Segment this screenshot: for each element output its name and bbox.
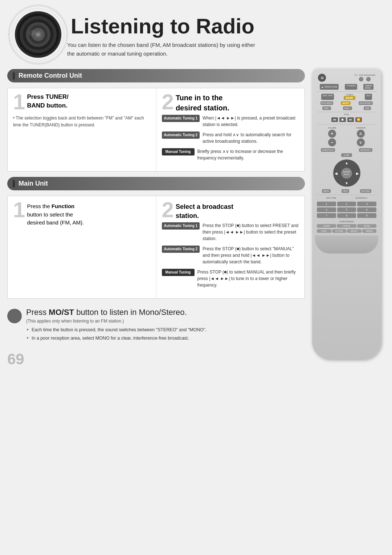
num-8-btn[interactable]: 8: [337, 213, 356, 218]
main-auto-tuning-2-text: Press the STOP (■) button to select "MAN…: [203, 246, 299, 265]
divider-2: [317, 112, 376, 112]
tune-up-btn[interactable]: ∧: [357, 130, 365, 138]
page-header: 0101010101010101010101010101010101010101…: [7, 7, 385, 62]
remote-auto-tuning-1-text: When |◄◄ ►►| is pressed, a preset broadc…: [203, 115, 299, 128]
main-manual-tuning-text: Press STOP (■) to select MANUAL and then…: [197, 269, 299, 288]
bottom-btns-row: LOGO CD VIEW REPEAT REMAIN: [315, 228, 378, 234]
woofer-btn[interactable]: WOOFER 1: [359, 148, 372, 152]
volume-label: VOLUME: [328, 127, 336, 129]
nav-pad: ▲ ▼ ◀ ▶ ENTER/PLAY: [333, 159, 360, 187]
remote-step2: 2 Tune in to thedesired station. Automat…: [156, 88, 305, 171]
remote-control-steps: 1 Press TUNER/BAND button. • The selecti…: [7, 88, 305, 171]
cancel-btn[interactable]: CANCEL: [337, 224, 356, 228]
bottom-section-content: Press MO/ST button to listen in Mono/Ste…: [26, 308, 207, 343]
dsm-plus-btn[interactable]: DSM +: [343, 106, 352, 110]
main-tuning-instructions: Automatic Tuning 1 Press the STOP (■) bu…: [162, 220, 299, 294]
tuner-memory-row: TUNER MEMORY: [315, 220, 378, 223]
pl2-mode-btn[interactable]: Ⅱ PL Ⅱ MODE: [320, 101, 333, 105]
remote-step2-title: Tune in to thedesired station.: [176, 93, 229, 113]
nav-right-btn[interactable]: ▶: [356, 171, 359, 175]
disc-skip-btn[interactable]: DISC SKIP: [321, 94, 334, 100]
nav-down-btn[interactable]: ▼: [345, 181, 348, 185]
nav-left-btn[interactable]: ◀: [335, 171, 338, 175]
info-btn[interactable]: INFO: [342, 189, 349, 193]
stop-btn[interactable]: ⏹: [339, 117, 346, 122]
vol-tuning-area: VOLUME + − TUNKNOB ∧ ∨: [315, 126, 378, 147]
remote-tuning-instructions: Automatic Tuning 1 When |◄◄ ►►| is press…: [162, 113, 299, 167]
mode-btn[interactable]: DIMMER MODE: [363, 84, 373, 90]
volume-area: VOLUME + −: [328, 127, 336, 146]
zoom-btn[interactable]: ZOOM: [357, 224, 376, 228]
num-9-btn[interactable]: 9: [357, 213, 376, 218]
sleep-row: SLEEP CANCEL ZOOM: [315, 223, 378, 228]
remote-step1: 1 Press TUNER/BAND button. • The selecti…: [8, 88, 156, 171]
moist-btn[interactable]: MOIST: [341, 101, 351, 105]
speaker-icon: 0101010101010101010101010101010101010101…: [7, 4, 65, 62]
main-step2: 2 Select a broadcaststation. Automatic T…: [156, 196, 305, 298]
open-close-btn[interactable]: ▲ OPEN/CLOSE: [320, 84, 339, 90]
tv-video-btn[interactable]: TV/VIDEO: [345, 84, 357, 90]
header-text-area: Listening to Radio You can listen to the…: [65, 7, 385, 58]
menu-btn[interactable]: MENU: [322, 189, 331, 193]
tuner-memory-label: TUNER MEMORY: [339, 220, 354, 223]
main-auto-tuning-2-badge: Automatic Tuning 2: [162, 246, 200, 253]
remote-manual-tuning-text: Briefly press ∧∨ to increase or decrease…: [197, 148, 299, 161]
num-7-btn[interactable]: 7: [317, 213, 336, 218]
main-manual-tuning-row: Manual Tuning Press STOP (■) to select M…: [162, 269, 299, 288]
tune-down-btn[interactable]: ∨: [357, 138, 365, 146]
vol-plus-btn[interactable]: +: [328, 130, 336, 138]
page: 0101010101010101010101010101010101010101…: [0, 0, 392, 555]
vhifi-btn[interactable]: V HiFi: [341, 153, 352, 157]
next-btn[interactable]: ⏩: [355, 117, 362, 122]
remote-auto-tuning-2-badge: Automatic Tuning 2: [162, 131, 200, 139]
num-5-btn[interactable]: 5: [337, 207, 356, 212]
enter-btn[interactable]: ENTER/PLAY: [341, 168, 352, 179]
soundfield-label: SOUNDFIELD: [355, 197, 367, 199]
nav-up-btn[interactable]: ▲: [345, 161, 348, 165]
test-soundfield-row: TEST TONE SOUNDFIELD: [315, 196, 378, 200]
play-pause-btn[interactable]: ⏭: [347, 117, 354, 122]
num-6-btn[interactable]: 6: [357, 207, 376, 212]
tuner-band-area: TUNER BAND: [344, 94, 355, 100]
playback-controls: ⏮ ⏹ ⏭ ⏩: [315, 116, 378, 123]
bottom-bullet-list: Each time the button is pressed, the sou…: [26, 327, 207, 342]
dsm-minus-btn[interactable]: DSM -: [322, 106, 331, 110]
bullet-item-1: Each time the button is pressed, the sou…: [26, 327, 207, 333]
left-content: Remote Control Unit 1 Press TUNER/BAND b…: [7, 69, 305, 368]
aux-btn[interactable]: AUX: [365, 94, 372, 100]
vhifi-row: V HiFi: [315, 153, 378, 158]
num-2-btn[interactable]: 2: [337, 202, 356, 206]
mono-stereo-title: Press MO/ST button to listen in Mono/Ste…: [26, 308, 207, 317]
tunknob-label: TUNKNOB: [356, 127, 366, 129]
dvd-indicator: [366, 77, 371, 81]
divider-4: [317, 195, 376, 195]
prev-btn[interactable]: ⏮: [331, 117, 338, 122]
logo-btn[interactable]: LOGO: [317, 229, 331, 233]
svg-point-10: [36, 33, 40, 36]
krs-btn[interactable]: KRS: [364, 106, 371, 110]
num-3-btn[interactable]: 3: [357, 202, 376, 206]
page-number: 69: [7, 351, 305, 368]
tuning-area: TUNKNOB ∧ ∨: [356, 127, 366, 146]
repeat-btn[interactable]: REPEAT: [347, 229, 362, 233]
num-1-btn[interactable]: 1: [317, 202, 336, 206]
remote-step1-desc: • The selection toggles back and forth b…: [13, 115, 151, 129]
remain-btn[interactable]: REMAIN: [362, 229, 377, 233]
power-button[interactable]: ⏻: [318, 74, 326, 82]
surr-plus-btn[interactable]: SURR PLUS: [321, 148, 335, 152]
remote-body: ⏻ TV DVD RECEIVER ▲ OPEN/CLOSE: [312, 69, 381, 360]
remote-manual-tuning-row: Manual Tuning Briefly press ∧∨ to increa…: [162, 148, 299, 161]
pl2-effect-btn[interactable]: Ⅱ PL Ⅱ EFFECT: [359, 101, 373, 105]
remote-illustration: ⏻ TV DVD RECEIVER ▲ OPEN/CLOSE: [312, 69, 385, 368]
num-4-btn[interactable]: 4: [317, 207, 336, 212]
remote-bottom-cap: [315, 235, 378, 254]
divider-1: [317, 92, 376, 92]
band-btn[interactable]: BAND: [344, 96, 355, 100]
bottom-section-icon: [7, 309, 22, 323]
main-unit-title: Main Unit: [19, 180, 48, 187]
cd-view-btn[interactable]: CD VIEW: [332, 229, 347, 233]
sleep-btn[interactable]: SLEEP: [317, 224, 336, 228]
return-btn[interactable]: RETURN: [360, 189, 371, 193]
vol-minus-btn[interactable]: −: [328, 138, 336, 146]
subtitle-line1: You can listen to the chosen band (FM, A…: [67, 42, 255, 48]
